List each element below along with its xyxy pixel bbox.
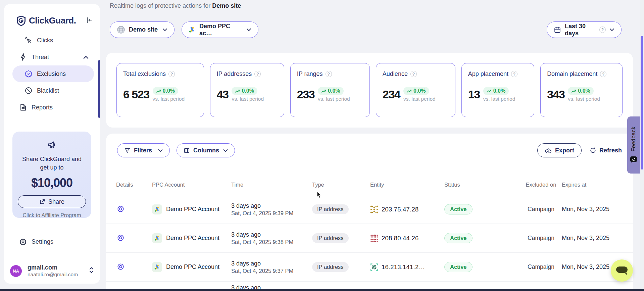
- sidebar-item-reports[interactable]: Reports: [12, 99, 94, 116]
- user-account[interactable]: NA gmail.com naatali.ro@gmail.com: [10, 264, 94, 278]
- eye-icon: [117, 234, 125, 242]
- logo-text: ClickGuard.: [29, 15, 76, 26]
- megaphone-icon: [47, 146, 57, 151]
- feedback-tab[interactable]: Feedback: [627, 116, 640, 174]
- time-relative: 3 days ago: [231, 202, 312, 209]
- trend-up-icon: [407, 89, 412, 93]
- stat-delta: 0.0%: [578, 88, 590, 94]
- excluded-on-value: Campaign: [521, 206, 561, 213]
- sidebar-item-clicks[interactable]: Clicks: [12, 32, 94, 49]
- entity-value: 208.80.44.26: [382, 235, 418, 242]
- trend-up-icon: [321, 89, 326, 93]
- google-ads-icon: [152, 262, 162, 272]
- entity-value: 16.213.141.2…: [382, 263, 425, 271]
- date-range-dropdown[interactable]: Last 30 days ?: [547, 21, 622, 38]
- chat-widget-button[interactable]: [611, 259, 633, 282]
- trend-up-icon: [487, 89, 492, 93]
- nav-label: Exclusions: [37, 70, 66, 78]
- user-name: gmail.com: [28, 264, 78, 271]
- table-header-row: Details PPC Account Time Type Entity Sta…: [106, 175, 633, 195]
- export-button[interactable]: Export: [537, 143, 582, 157]
- sidebar-item-threat[interactable]: Threat: [12, 49, 94, 65]
- entity-value: 203.75.47.28: [382, 206, 418, 213]
- date-range-value: Last 30 days: [565, 23, 596, 37]
- table-row: Demo PPC Account 3 days agoSat, Oct 4, 2…: [106, 195, 633, 224]
- view-details-button[interactable]: [116, 262, 125, 272]
- help-icon[interactable]: ?: [599, 27, 606, 33]
- stat-caption: vs. last period: [232, 96, 264, 102]
- ppc-account-name: Demo PPC Account: [166, 235, 219, 242]
- refresh-icon: [590, 147, 596, 154]
- help-icon[interactable]: ?: [410, 71, 417, 77]
- type-badge: IP address: [312, 204, 349, 214]
- help-icon[interactable]: ?: [254, 71, 261, 77]
- help-icon[interactable]: ?: [168, 71, 175, 77]
- stat-caption: vs. last period: [153, 96, 185, 102]
- trend-up-icon: [156, 89, 161, 93]
- view-details-button[interactable]: [116, 233, 125, 243]
- ppc-account-selector-dropdown[interactable]: Demo PPC ac…: [182, 21, 258, 38]
- google-ads-icon: [189, 26, 196, 33]
- user-email: naatali.ro@gmail.com: [28, 272, 78, 278]
- sidebar-item-blacklist[interactable]: Blacklist: [12, 82, 94, 99]
- stat-delta: 0.0%: [413, 88, 426, 94]
- stat-value: 13: [468, 88, 480, 101]
- funnel-icon: [124, 147, 131, 154]
- columns-label: Columns: [193, 147, 219, 154]
- exclusions-log-panel: Filters Columns Export Refresh Details P…: [106, 134, 633, 291]
- stat-card-ip-ranges: IP ranges? 233 0.0% vs. last period: [290, 63, 370, 117]
- chevron-down-icon: [162, 28, 167, 31]
- share-button[interactable]: Share: [18, 195, 86, 208]
- stat-delta: 0.0%: [242, 88, 254, 94]
- stat-delta: 0.0%: [328, 88, 340, 94]
- sidebar-scrollbar-thumb[interactable]: [98, 60, 100, 118]
- view-details-button[interactable]: [116, 204, 125, 214]
- sidebar-item-exclusions[interactable]: Exclusions: [12, 65, 94, 82]
- google-ads-icon: [152, 204, 162, 214]
- help-icon[interactable]: ?: [600, 71, 606, 77]
- badge-check-icon: [24, 70, 33, 78]
- col-header-type: Type: [312, 182, 370, 188]
- status-badge: Active: [444, 262, 473, 272]
- stat-caption: vs. last period: [318, 96, 350, 102]
- sidebar-item-settings[interactable]: Settings: [19, 235, 53, 248]
- bottom-edge-strip: [0, 289, 644, 291]
- stat-value: 6 523: [123, 88, 149, 101]
- filters-dropdown[interactable]: Filters: [117, 143, 170, 157]
- sidebar-collapse-button[interactable]: [85, 16, 93, 25]
- subtitle-site-name: Demo site: [212, 2, 241, 9]
- page-scrollbar-track[interactable]: [640, 0, 644, 291]
- columns-dropdown[interactable]: Columns: [177, 143, 235, 157]
- expires-at-value: Mon, Nov 3, 2025: [561, 206, 623, 213]
- promo-text: Share ClickGuard and get up to: [18, 155, 86, 172]
- refresh-label: Refresh: [599, 147, 622, 154]
- subtitle-text: Realtime logs of protective actions for: [110, 2, 210, 9]
- help-icon[interactable]: ?: [326, 71, 332, 77]
- eye-icon: [117, 263, 125, 271]
- promo-amount: $10,000: [18, 176, 86, 190]
- site-selector-dropdown[interactable]: Demo site: [110, 21, 175, 38]
- chevron-down-icon: [609, 28, 614, 31]
- help-icon[interactable]: ?: [511, 71, 517, 77]
- stat-value: 233: [297, 88, 314, 101]
- stat-delta: 0.0%: [163, 88, 175, 94]
- stat-caption: vs. last period: [568, 96, 600, 102]
- ppc-account-name: Demo PPC Account: [166, 206, 219, 213]
- clickguard-logo: ClickGuard.: [16, 15, 76, 26]
- avatar: NA: [10, 265, 22, 277]
- stat-caption: vs. last period: [483, 96, 515, 102]
- share-button-label: Share: [48, 198, 64, 205]
- ppc-account-selector-value: Demo PPC ac…: [199, 23, 243, 37]
- refresh-button[interactable]: Refresh: [590, 143, 622, 157]
- gear-icon: [19, 238, 27, 246]
- affiliate-link[interactable]: Click to Affiliate Program: [18, 212, 86, 219]
- time-full: Sat, Oct 4, 2025 9:38 PM: [231, 239, 312, 245]
- page-scrollbar-thumb[interactable]: [641, 36, 643, 169]
- col-header-expires-at: Expires at: [561, 182, 623, 188]
- clickguard-shield-icon: [16, 16, 26, 26]
- chevron-down-icon: [158, 149, 163, 152]
- time-relative: 3 days ago: [231, 231, 312, 238]
- nav-label: Reports: [32, 104, 53, 111]
- time-full: Sat, Oct 4, 2025 9:37 PM: [231, 268, 312, 274]
- calendar-icon: [554, 26, 561, 34]
